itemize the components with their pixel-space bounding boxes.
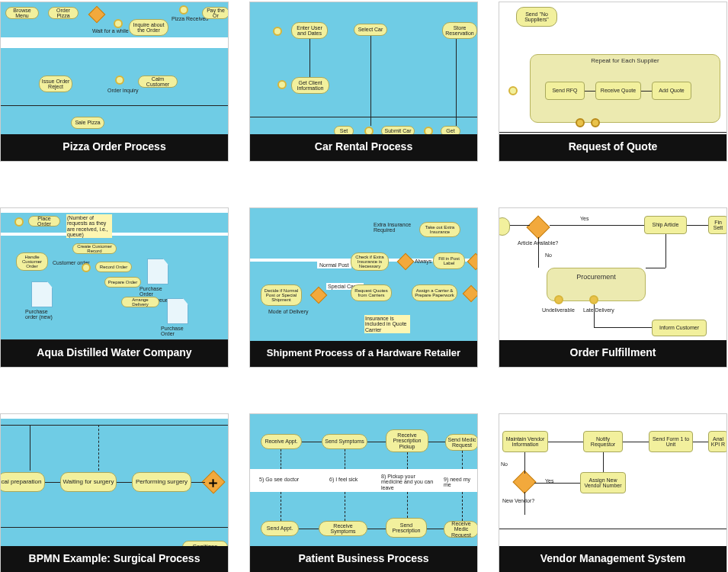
gateway-icon — [512, 470, 536, 493]
node: Send RFQ — [545, 82, 585, 100]
node-edge — [499, 217, 510, 236]
node: Receive Prescription Pickup — [386, 429, 428, 452]
node: Get — [441, 126, 460, 134]
node: Send Symptoms — [322, 434, 367, 449]
text-label: Purchase order (new) — [25, 309, 56, 320]
gateway-icon — [397, 253, 415, 271]
node: Request Quotes from Carriers — [351, 284, 392, 301]
card-caption: Pizza Order Process — [1, 134, 228, 161]
document-icon — [31, 281, 53, 307]
event-icon — [115, 76, 124, 85]
node: Send Medic Request — [445, 434, 477, 451]
text-label: Yes — [580, 216, 588, 221]
thumb-aqua: Place Order (Number of requests as they … — [1, 208, 228, 340]
node: Inform Customer — [652, 320, 707, 336]
text-label: Mode of Delivery — [268, 309, 309, 314]
card-request-quote[interactable]: Send "No Suppliers" Repeat for Each Supp… — [499, 2, 727, 162]
text-label: No — [545, 252, 552, 258]
document-icon — [167, 298, 188, 324]
node: Sanitizes — [182, 541, 228, 546]
node: Check if Extra Insurance is Necessary — [351, 252, 389, 271]
node: Set — [334, 126, 354, 134]
thumb-shipment: Extra Insurance Required Take out Extra … — [250, 208, 477, 341]
card-caption: Order Fulfillment — [499, 340, 726, 367]
text-label: Always — [415, 259, 431, 264]
note: Insurance is included in Quote Carrier — [364, 315, 410, 333]
node: Receive Symptoms — [319, 521, 367, 536]
node: Assign New Vendor Number — [580, 472, 626, 493]
card-vendor-mgmt[interactable]: Maintain Vendor Information Notify Reque… — [499, 413, 727, 572]
node: Receive Appt. — [261, 434, 302, 449]
lane-label: 6) I feel sick — [329, 477, 358, 482]
thumb-pizza: Browse Menu Order Pizza Inquire about th… — [1, 2, 228, 134]
event-icon — [589, 295, 598, 304]
card-order-fulfillment[interactable]: Yes Article Available? No Ship Article F… — [499, 207, 727, 368]
node: Notify Requestor — [583, 431, 623, 452]
card-pizza-order[interactable]: Browse Menu Order Pizza Inquire about th… — [0, 2, 229, 162]
card-car-rental[interactable]: Enter User and Dates Select Car Store Re… — [249, 2, 478, 162]
event-icon — [179, 5, 188, 14]
text-label: Late Delivery — [583, 307, 614, 313]
event-icon — [591, 118, 600, 127]
node: Calm Customer — [138, 76, 178, 88]
node: Pay the Or — [202, 7, 228, 19]
node: Place Order — [28, 216, 60, 227]
event-icon — [554, 295, 563, 304]
thumb-patient: Receive Appt. Send Symptoms Receive Pres… — [250, 414, 477, 546]
card-caption: Shipment Process of a Hardware Retailer — [250, 341, 477, 367]
event-icon — [277, 80, 287, 89]
card-caption: Request of Quote — [499, 134, 726, 161]
node: Browse Menu — [5, 7, 39, 19]
event-icon — [364, 127, 374, 134]
card-patient[interactable]: Receive Appt. Send Symptoms Receive Pres… — [249, 413, 478, 572]
node: Add Quote — [652, 82, 691, 100]
event-icon — [273, 27, 282, 36]
text-label: New Vendor? — [502, 498, 534, 503]
node: Handle Customer Order — [16, 252, 48, 271]
event-icon — [114, 19, 123, 28]
node: Send Form 1 to Unit — [649, 431, 693, 452]
card-aqua-water[interactable]: Place Order (Number of requests as they … — [0, 207, 229, 368]
thumb-vendor: Maintain Vendor Information Notify Reque… — [499, 414, 726, 546]
text-label: Order inquiry — [107, 88, 138, 93]
node: Issue Order Reject — [39, 76, 72, 92]
card-caption: Aqua Distilled Water Company — [1, 340, 228, 367]
event-icon — [82, 263, 91, 272]
card-surgical[interactable]: cal preparation Waiting for surgery Perf… — [0, 413, 229, 572]
card-caption: BPMN Example: Surgical Process — [1, 546, 228, 572]
node: Send Prescription — [386, 518, 427, 538]
text-label: Undeliverable — [542, 307, 575, 313]
event-icon — [14, 217, 24, 227]
text-label: No — [501, 461, 508, 467]
document-icon — [147, 259, 168, 284]
node: Select Car — [354, 24, 387, 36]
node: Get Client Information — [291, 77, 329, 94]
node: Take out Extra Insurance — [419, 222, 460, 237]
gateway-icon — [526, 215, 550, 239]
lane-label: 9) need my me — [444, 477, 477, 488]
node: Order Pizza — [48, 7, 79, 19]
node: Decide if Normal Post or Special Shipmen… — [261, 284, 302, 306]
node: Performing surgery — [132, 472, 191, 492]
node: Submit Car — [381, 126, 415, 134]
gateway-icon — [88, 6, 106, 24]
node: Anal KPI R — [708, 431, 726, 452]
node: Send Appt. — [261, 521, 299, 536]
node: Receive Quote — [595, 82, 641, 100]
gateway-icon — [310, 287, 328, 304]
thumb-request-quote: Send "No Suppliers" Repeat for Each Supp… — [499, 2, 726, 134]
node: Inquire about the Order — [129, 19, 168, 36]
card-caption: Car Rental Process — [250, 134, 477, 161]
node: Fin Sett — [708, 216, 726, 234]
event-icon — [508, 86, 518, 95]
node: Arrange Delivery — [121, 297, 159, 307]
node: Enter User and Dates — [291, 22, 328, 39]
node: Record Order — [95, 262, 132, 272]
text-label: Purchase Order — [161, 326, 194, 337]
thumb-fulfillment: Yes Article Available? No Ship Article F… — [499, 208, 726, 340]
card-shipment[interactable]: Extra Insurance Required Take out Extra … — [249, 207, 478, 368]
node: Create Customer Record — [72, 243, 117, 254]
node: Sale Pizza — [71, 117, 104, 129]
lane-label: 5) Go see doctor — [259, 477, 299, 482]
gateway-icon — [463, 285, 477, 303]
